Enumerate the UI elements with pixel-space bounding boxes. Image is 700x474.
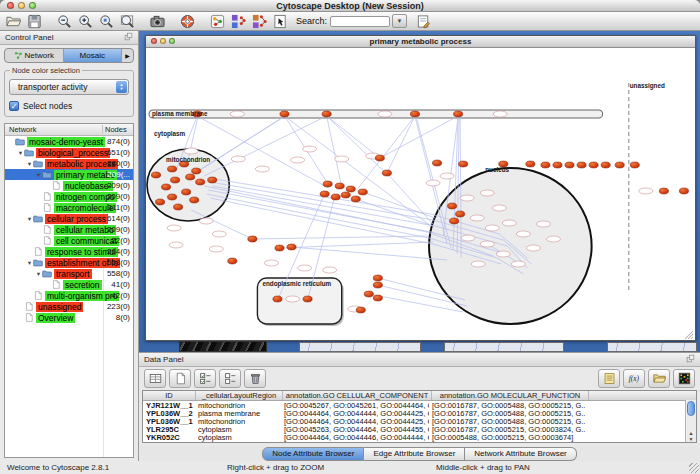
float-panel-icon[interactable] [124,32,133,43]
table-icon[interactable] [144,369,166,388]
search-dropdown-arrow[interactable]: ▼ [392,14,407,28]
tree-item[interactable]: ▼cellular process614(0) [5,213,133,224]
dropdown-value: transporter activity [18,82,87,92]
float-panel-icon[interactable] [686,354,695,365]
network-node [341,192,350,198]
zoom-in-icon[interactable] [75,13,96,30]
column-header[interactable]: ID [143,391,196,400]
network-overview-icon[interactable] [207,13,228,30]
search-input[interactable] [330,16,390,27]
network-node [161,184,170,190]
zoom-button[interactable] [169,38,175,44]
tab-mosaic[interactable]: Mosaic [64,49,123,62]
network-window-titlebar[interactable]: primary metabolic process [146,36,695,48]
expand-triangle-icon[interactable]: ▼ [35,172,42,178]
node-count: 264(0) [104,247,130,256]
unselect-attributes-icon[interactable] [219,369,241,388]
folder-icon [33,258,43,267]
expand-triangle-icon[interactable]: ▼ [26,161,33,167]
column-header[interactable]: annotation.GO CELLULAR_COMPONENT [283,391,432,400]
table-header: ID_cellularLayoutRegionannotation.GO CEL… [143,391,696,401]
layout-edges-icon[interactable] [249,13,270,30]
table-row[interactable]: YDR039C__1mitochondrion[GO:0044464, GO:0… [143,441,696,443]
close-button[interactable] [7,2,14,9]
tree-item[interactable]: ▼transport558(0) [5,268,133,279]
expand-triangle-icon[interactable]: ▼ [26,216,33,222]
title-bar: Cytoscape Desktop (New Session) [0,0,700,12]
tree-item[interactable]: ▼biological_process651(0) [5,147,133,158]
network-node [659,188,668,194]
minimize-button[interactable] [160,38,166,44]
minimize-button[interactable] [18,2,25,9]
zoom-button[interactable] [29,2,36,9]
node-count: 223(0) [104,302,130,311]
expand-triangle-icon[interactable]: ▼ [35,271,42,277]
tab-network-attribute-browser[interactable]: Network Attribute Browser [465,447,576,461]
tree-item[interactable]: Overview8(0) [5,312,133,323]
network-canvas[interactable]: plasma membranecytoplasmmitochondrionnuc… [146,48,695,340]
select-mode-icon[interactable] [270,13,291,30]
attribute-matrix-icon[interactable] [673,369,695,388]
background-window[interactable] [299,342,421,352]
tree-item[interactable]: unassigned223(0) [5,301,133,312]
tree-item[interactable]: cell communicat22(0) [5,235,133,246]
folder-icon [15,137,25,146]
tree-item[interactable]: response to stimul264(0) [5,246,133,257]
network-node [346,186,355,192]
background-network-thumbnail[interactable] [179,341,267,352]
column-header[interactable]: _cellularLayoutRegion [196,391,283,400]
tree-item[interactable]: ▼metabolic process280(0) [5,158,133,169]
tree-item[interactable]: ▼establishment of lo558(0) [5,257,133,268]
table-cell: [GO:0016787, GO:0005488, GO:0005215, G..… [429,441,585,444]
resize-grip[interactable] [689,463,699,473]
function-builder-icon[interactable]: f(x) [623,369,645,388]
tree-header: Network Nodes [5,124,133,136]
tree-item[interactable]: nitrogen compo209(0) [5,191,133,202]
zoom-out-icon[interactable] [54,13,75,30]
zoom-fit-icon[interactable] [117,13,138,30]
delete-attribute-icon[interactable] [244,369,266,388]
tree-item[interactable]: mosaic-demo-yeast874(0) [5,136,133,147]
column-header[interactable]: annotation.GO MOLECULAR_FUNCTION [432,391,589,400]
attribute-notes-icon[interactable] [598,369,620,388]
new-attribute-icon[interactable] [169,369,191,388]
background-window[interactable] [444,342,564,352]
tree-item[interactable]: secretion41(0) [5,279,133,290]
tab-node-attribute-browser[interactable]: Node Attribute Browser [262,447,364,461]
network-node [450,218,459,224]
help-icon[interactable] [177,13,198,30]
tree-item[interactable]: cellular metabo209(0) [5,224,133,235]
open-icon[interactable] [3,13,24,30]
network-graph[interactable]: plasma membranecytoplasmmitochondrionnuc… [146,48,695,340]
file-icon [33,247,43,256]
file-icon [24,302,34,311]
snapshot-icon[interactable] [147,13,168,30]
tab-edge-attribute-browser[interactable]: Edge Attribute Browser [364,447,465,461]
network-window: primary metabolic process plasma membran… [145,35,696,341]
layout-nodes-icon[interactable] [228,13,249,30]
save-icon[interactable] [24,13,45,30]
vertical-scrollbar[interactable]: ▲▼ [685,400,696,442]
tree-item[interactable]: nucleobase-209(0) [5,180,133,191]
tree-item[interactable]: macromolecule311(0) [5,202,133,213]
select-attributes-icon[interactable] [194,369,216,388]
expand-triangle-icon[interactable]: ▼ [26,260,33,266]
tab-network[interactable]: Network [5,49,64,62]
expand-triangle-icon[interactable]: ▼ [17,150,24,156]
tree-item[interactable]: ▼primary metabo209(... [5,169,133,180]
scrollbar-thumb[interactable] [687,401,695,416]
close-button[interactable] [151,38,157,44]
table-cell: mitochondrion [195,441,281,444]
folder-icon [33,159,43,168]
select-nodes-checkbox[interactable]: ✓ [9,101,19,111]
background-window[interactable] [607,342,697,352]
zoom-selected-icon[interactable] [96,13,117,30]
tree-item-label: Overview [36,313,75,323]
annotation-icon[interactable] [413,13,434,30]
node-color-dropdown[interactable]: transporter activity ▲▼ [9,79,129,95]
import-attributes-icon[interactable] [648,369,670,388]
tab-overflow-arrow[interactable]: ▶ [122,49,133,62]
network-node [190,197,199,203]
scrollbar-arrows[interactable]: ▲▼ [686,430,696,442]
tree-item[interactable]: multi-organism pro42(0) [5,290,133,301]
